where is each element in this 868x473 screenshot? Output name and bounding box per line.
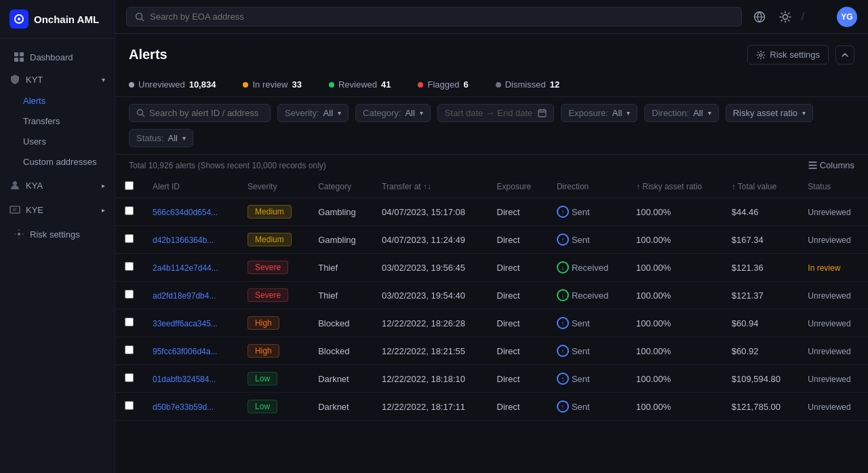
alert-id-link[interactable]: d50b7e33b59d... bbox=[153, 402, 214, 412]
direction-cell: ↑ Sent bbox=[547, 226, 627, 254]
sidebar-item-dashboard[interactable]: Dashboard bbox=[4, 46, 111, 68]
exposure-cell: Direct bbox=[488, 198, 547, 226]
category-cell: Darknet bbox=[309, 365, 372, 393]
svg-point-14 bbox=[138, 110, 143, 115]
light-mode-icon[interactable] bbox=[776, 7, 795, 26]
direction-cell: ↑ Sent bbox=[547, 309, 627, 337]
direction-icon: ↓ Received bbox=[557, 261, 608, 273]
table-row: d50b7e33b59d... Low Darknet 12/22/2022, … bbox=[115, 393, 868, 421]
row-checkbox[interactable] bbox=[125, 401, 134, 410]
alert-id-cell: 566c634d0d654... bbox=[143, 198, 238, 226]
sidebar-item-kya[interactable]: KYA ▸ bbox=[0, 174, 115, 196]
sidebar-item-users[interactable]: Users bbox=[14, 132, 111, 151]
status-value: Unreviewed bbox=[808, 319, 850, 328]
col-category: Category bbox=[309, 176, 372, 198]
severity-cell: Low bbox=[238, 393, 309, 421]
user-avatar[interactable]: YG bbox=[837, 7, 857, 27]
table-info-text: Total 10,926 alerts (Shows recent 10,000… bbox=[129, 161, 326, 170]
table-row: ad2fd18e97db4... Severe Thief 03/02/2023… bbox=[115, 282, 868, 309]
stat-value-unreviewed: 10,834 bbox=[189, 79, 216, 90]
row-checkbox-cell[interactable] bbox=[115, 226, 143, 254]
alerts-table: Alert ID Severity Category Transfer at ↑… bbox=[115, 176, 868, 421]
status-chevron: ▾ bbox=[182, 134, 186, 142]
alert-id-link[interactable]: d42b1366364b... bbox=[153, 235, 214, 245]
total-value-cell: $109,594.80 bbox=[722, 365, 799, 393]
table-info: Total 10,926 alerts (Shows recent 10,000… bbox=[115, 155, 868, 176]
row-checkbox[interactable] bbox=[125, 290, 134, 299]
sidebar-item-transfers[interactable]: Transfers bbox=[14, 111, 111, 131]
dir-circle: ↑ bbox=[557, 400, 569, 413]
alert-id-link[interactable]: 566c634d0d654... bbox=[153, 208, 218, 217]
severity-cell: High bbox=[238, 337, 309, 365]
sidebar-item-kye[interactable]: KYE ▸ bbox=[0, 199, 115, 221]
row-checkbox[interactable] bbox=[125, 373, 134, 382]
global-search-box[interactable] bbox=[126, 7, 742, 26]
alert-id-link[interactable]: ad2fd18e97db4... bbox=[153, 291, 216, 301]
status-value: Unreviewed bbox=[808, 375, 850, 384]
select-all-header[interactable] bbox=[115, 176, 143, 198]
alert-id-link[interactable]: 95fcc63f006d4a... bbox=[153, 347, 217, 356]
collapse-button[interactable] bbox=[835, 45, 854, 64]
row-checkbox-cell[interactable] bbox=[115, 365, 143, 393]
row-checkbox-cell[interactable] bbox=[115, 337, 143, 365]
row-checkbox[interactable] bbox=[125, 206, 134, 215]
severity-cell: Medium bbox=[238, 198, 309, 226]
row-checkbox-cell[interactable] bbox=[115, 282, 143, 309]
date-range-filter[interactable]: Start date → End date bbox=[437, 104, 554, 122]
row-checkbox-cell[interactable] bbox=[115, 393, 143, 421]
row-checkbox[interactable] bbox=[125, 345, 134, 354]
global-search-input[interactable] bbox=[150, 12, 733, 22]
row-checkbox[interactable] bbox=[125, 262, 134, 271]
kyt-label: KYT bbox=[26, 75, 43, 85]
alert-search-input[interactable] bbox=[149, 108, 263, 118]
sidebar-item-risk-settings[interactable]: Risk settings bbox=[4, 223, 111, 245]
status-value: Unreviewed bbox=[808, 208, 850, 217]
table-row: 566c634d0d654... Medium Gambling 04/07/2… bbox=[115, 198, 868, 226]
direction-chevron: ▾ bbox=[708, 109, 711, 117]
sidebar-item-custom-addresses[interactable]: Custom addresses bbox=[14, 152, 111, 172]
svg-point-2 bbox=[18, 18, 20, 20]
transfer-at-cell: 04/07/2023, 11:24:49 bbox=[372, 226, 487, 254]
sidebar-item-alerts[interactable]: Alerts bbox=[14, 91, 111, 111]
category-filter[interactable]: Category: All ▾ bbox=[355, 104, 431, 122]
stat-label-dismissed: Dismissed bbox=[505, 79, 546, 90]
table-header: Alert ID Severity Category Transfer at ↑… bbox=[115, 176, 868, 198]
total-value-cell: $121,785.00 bbox=[722, 393, 799, 421]
stat-label-flagged: Flagged bbox=[427, 79, 459, 90]
alert-search-box[interactable] bbox=[129, 104, 271, 122]
sidebar-item-kyt[interactable]: KYT ▾ bbox=[0, 69, 115, 90]
stat-label-in-review: In review bbox=[252, 79, 288, 90]
status-value: All bbox=[167, 133, 177, 143]
stat-dot-flagged bbox=[418, 82, 423, 88]
alert-id-link[interactable]: 01dabfb324584... bbox=[153, 375, 216, 384]
select-all-checkbox[interactable] bbox=[125, 181, 134, 190]
col-total-value[interactable]: ↑ Total value bbox=[722, 176, 799, 198]
direction-filter[interactable]: Direction: All ▾ bbox=[644, 104, 718, 122]
risk-settings-sidebar-icon bbox=[14, 229, 24, 240]
row-checkbox-cell[interactable] bbox=[115, 309, 143, 337]
columns-button[interactable]: Columns bbox=[808, 160, 854, 170]
category-cell: Thief bbox=[309, 254, 372, 282]
alert-id-link[interactable]: 33eedff6aca345... bbox=[153, 319, 218, 328]
row-checkbox-cell[interactable] bbox=[115, 198, 143, 226]
row-checkbox[interactable] bbox=[125, 318, 134, 326]
alert-id-link[interactable]: 2a4b1142e7d44... bbox=[153, 263, 218, 273]
dark-mode-icon[interactable] bbox=[811, 7, 830, 26]
status-filter[interactable]: Status: All ▾ bbox=[129, 129, 193, 147]
risky-asset-filter[interactable]: Risky asset ratio ▾ bbox=[726, 104, 813, 122]
col-risky-asset-ratio[interactable]: ↑ Risky asset ratio bbox=[627, 176, 722, 198]
start-date: Start date bbox=[445, 108, 483, 118]
table-row: 95fcc63f006d4a... High Blocked 12/22/202… bbox=[115, 337, 868, 365]
status-value: Unreviewed bbox=[808, 347, 850, 356]
stat-dot-unreviewed bbox=[129, 82, 134, 88]
row-checkbox-cell[interactable] bbox=[115, 254, 143, 282]
col-transfer-at[interactable]: Transfer at ↑↓ bbox=[372, 176, 487, 198]
severity-filter[interactable]: Severity: All ▾ bbox=[277, 104, 349, 122]
language-icon[interactable] bbox=[750, 7, 769, 26]
exposure-filter[interactable]: Exposure: All ▾ bbox=[561, 104, 637, 122]
stat-value-flagged: 6 bbox=[463, 79, 468, 90]
row-checkbox[interactable] bbox=[125, 234, 134, 243]
transfer-at-cell: 12/22/2022, 18:17:11 bbox=[372, 393, 487, 421]
risk-settings-button[interactable]: Risk settings bbox=[747, 45, 829, 64]
calendar-icon bbox=[538, 109, 547, 117]
